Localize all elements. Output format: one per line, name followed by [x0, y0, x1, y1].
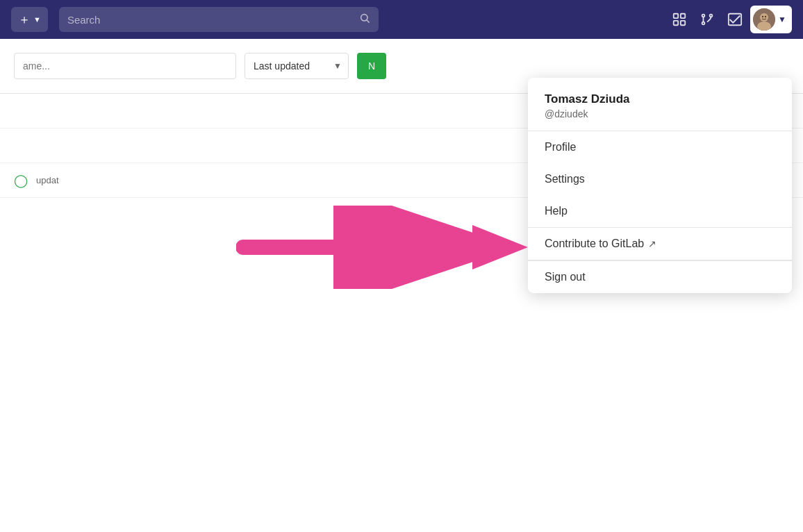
- svg-marker-16: [472, 225, 528, 269]
- svg-point-6: [702, 15, 705, 17]
- dropdown-help-label: Help: [545, 205, 568, 217]
- create-button[interactable]: ＋ ▼: [11, 7, 48, 32]
- search-bar[interactable]: [59, 7, 379, 32]
- new-project-button[interactable]: N: [357, 53, 386, 79]
- svg-point-8: [702, 22, 705, 25]
- dropdown-item-sign-out[interactable]: Sign out: [528, 260, 792, 293]
- row-update-text: updat: [36, 175, 59, 185]
- navbar-left: ＋ ▼: [11, 7, 48, 32]
- svg-rect-4: [674, 21, 678, 25]
- svg-rect-5: [681, 21, 685, 25]
- avatar: [753, 8, 775, 31]
- dropdown-item-settings[interactable]: Settings: [528, 163, 792, 195]
- user-menu-chevron-icon: ▼: [778, 15, 786, 24]
- dropdown-username: Tomasz Dziuda: [545, 92, 775, 107]
- issues-button[interactable]: [722, 7, 747, 32]
- navbar: ＋ ▼: [0, 0, 803, 39]
- dropdown-profile-label: Profile: [545, 141, 576, 153]
- dropdown-user-section: Tomasz Dziuda @dziudek: [528, 78, 792, 131]
- sort-wrapper: Last updated Name Created Stars ▼: [245, 53, 349, 79]
- svg-point-7: [710, 15, 713, 17]
- main-content: Last updated Name Created Stars ▼ N ◯ up…: [0, 39, 803, 532]
- svg-line-1: [367, 20, 370, 23]
- navbar-right: ▼: [667, 6, 792, 33]
- search-icon: [359, 13, 370, 26]
- row-status-icon: ◯: [14, 173, 28, 188]
- plus-icon: ＋: [18, 11, 31, 28]
- user-dropdown-menu: Tomasz Dziuda @dziudek Profile Settings …: [528, 78, 792, 293]
- name-filter-input[interactable]: [14, 53, 236, 79]
- sort-dropdown[interactable]: Last updated Name Created Stars: [245, 53, 349, 79]
- dropdown-item-contribute[interactable]: Contribute to GitLab ↗︎: [528, 228, 792, 260]
- search-input[interactable]: [67, 14, 354, 26]
- dropdown-handle: @dziudek: [545, 108, 775, 119]
- dropdown-settings-label: Settings: [545, 173, 585, 185]
- svg-rect-2: [674, 14, 678, 18]
- list-row-item: ◯ updat: [14, 173, 59, 188]
- svg-point-13: [762, 16, 763, 17]
- svg-point-0: [361, 15, 367, 21]
- dropdown-item-help[interactable]: Help: [528, 195, 792, 227]
- dropdown-item-profile[interactable]: Profile: [528, 131, 792, 163]
- arrow-annotation: [236, 206, 542, 292]
- todo-button[interactable]: [667, 7, 692, 32]
- external-link-icon: ↗︎: [648, 238, 656, 249]
- create-chevron-icon: ▼: [33, 15, 41, 24]
- user-menu-button[interactable]: ▼: [750, 6, 792, 33]
- merge-requests-button[interactable]: [695, 7, 720, 32]
- svg-point-11: [760, 13, 768, 22]
- dropdown-contribute-label: Contribute to GitLab: [545, 238, 644, 250]
- dropdown-sign-out-label: Sign out: [545, 271, 586, 283]
- svg-rect-3: [681, 14, 685, 18]
- svg-point-14: [765, 16, 766, 17]
